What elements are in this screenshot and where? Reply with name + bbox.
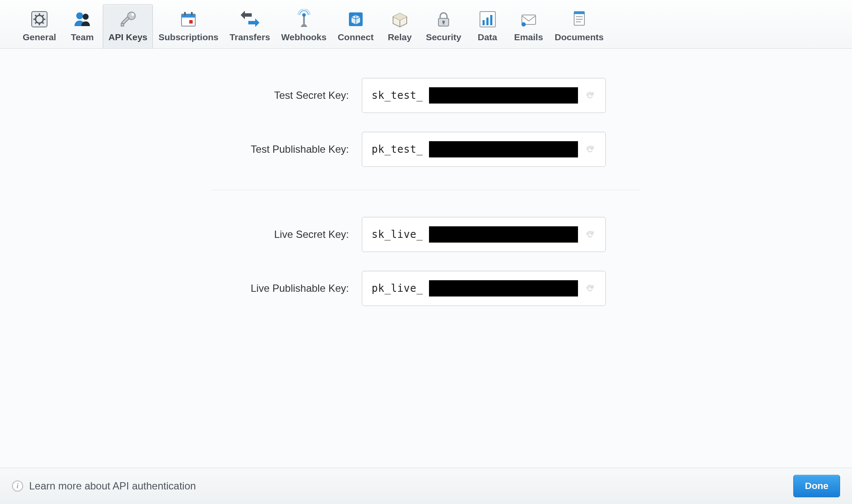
- tab-emails[interactable]: Emails: [508, 4, 549, 48]
- tab-security[interactable]: Security: [420, 4, 467, 48]
- tab-label: Team: [71, 32, 94, 42]
- refresh-icon[interactable]: [584, 282, 596, 294]
- tab-label: Subscriptions: [158, 32, 218, 42]
- tab-label: Security: [426, 32, 462, 42]
- key-icon: [118, 9, 138, 30]
- lock-icon: [433, 9, 454, 30]
- key-row-live-publishable: Live Publishable Key:pk_live_: [212, 271, 640, 306]
- info-icon: i: [12, 480, 23, 492]
- antenna-icon: [294, 9, 314, 30]
- tab-general[interactable]: General: [17, 4, 62, 48]
- tab-transfers[interactable]: Transfers: [224, 4, 276, 48]
- tab-relay[interactable]: Relay: [379, 4, 420, 48]
- tab-apikeys[interactable]: API Keys: [103, 4, 153, 48]
- cube-icon: [346, 9, 366, 30]
- calendar-icon: [178, 9, 199, 30]
- key-redacted: [429, 87, 578, 104]
- tab-team[interactable]: Team: [62, 4, 103, 48]
- chart-icon: [477, 9, 498, 30]
- settings-toolbar: GeneralTeamAPI KeysSubscriptionsTransfer…: [0, 0, 852, 49]
- tab-label: Documents: [555, 32, 604, 42]
- box-icon: [390, 9, 410, 30]
- dialog-footer: i Learn more about API authentication Do…: [0, 468, 852, 504]
- tab-label: General: [23, 32, 56, 42]
- key-label: Live Secret Key:: [212, 228, 349, 240]
- key-prefix: pk_test_: [372, 143, 423, 155]
- learn-more-link[interactable]: i Learn more about API authentication: [12, 480, 196, 492]
- transfers-icon: [240, 9, 260, 30]
- tab-webhooks[interactable]: Webhooks: [276, 4, 332, 48]
- key-redacted: [429, 226, 578, 243]
- key-row-live-secret: Live Secret Key:sk_live_: [212, 217, 640, 252]
- key-row-test-secret: Test Secret Key:sk_test_: [212, 78, 640, 113]
- tab-subscriptions[interactable]: Subscriptions: [153, 4, 224, 48]
- key-prefix: sk_test_: [372, 89, 423, 101]
- live-keys-group: Live Secret Key:sk_live_Live Publishable…: [212, 205, 640, 318]
- tab-label: Webhooks: [281, 32, 327, 42]
- api-keys-panel: Test Secret Key:sk_test_Test Publishable…: [0, 49, 852, 468]
- key-label: Test Secret Key:: [212, 89, 349, 101]
- key-prefix: sk_live_: [372, 228, 423, 240]
- team-icon: [72, 9, 92, 30]
- gear-icon: [29, 9, 50, 30]
- test-keys-group: Test Secret Key:sk_test_Test Publishable…: [212, 66, 640, 179]
- key-redacted: [429, 141, 578, 157]
- document-icon: [569, 9, 590, 30]
- tab-label: Relay: [388, 32, 412, 42]
- key-label: Test Publishable Key:: [212, 143, 349, 155]
- tab-label: Connect: [338, 32, 374, 42]
- key-label: Live Publishable Key:: [212, 282, 349, 294]
- done-button[interactable]: Done: [793, 475, 840, 497]
- envelope-icon: [518, 9, 539, 30]
- tab-connect[interactable]: Connect: [332, 4, 379, 48]
- key-prefix: pk_live_: [372, 282, 423, 294]
- refresh-icon[interactable]: [584, 143, 596, 155]
- key-redacted: [429, 280, 578, 296]
- learn-more-text: Learn more about API authentication: [29, 480, 196, 492]
- refresh-icon[interactable]: [584, 228, 596, 240]
- key-field-live-publishable[interactable]: pk_live_: [362, 271, 606, 306]
- tab-label: Transfers: [229, 32, 270, 42]
- key-row-test-publishable: Test Publishable Key:pk_test_: [212, 132, 640, 167]
- tab-data[interactable]: Data: [467, 4, 508, 48]
- tab-label: Data: [478, 32, 497, 42]
- tab-documents[interactable]: Documents: [549, 4, 609, 48]
- key-field-test-publishable[interactable]: pk_test_: [362, 132, 606, 167]
- key-field-live-secret[interactable]: sk_live_: [362, 217, 606, 252]
- tab-label: Emails: [514, 32, 543, 42]
- group-divider: [212, 190, 640, 190]
- tab-label: API Keys: [108, 32, 147, 42]
- key-field-test-secret[interactable]: sk_test_: [362, 78, 606, 113]
- refresh-icon[interactable]: [584, 89, 596, 101]
